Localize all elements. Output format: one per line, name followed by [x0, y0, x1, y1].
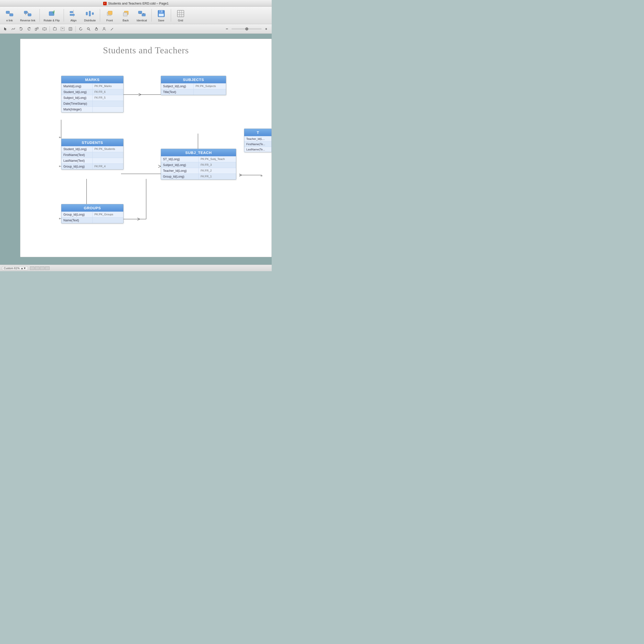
distribute-icon — [85, 9, 95, 18]
undo-tool[interactable] — [18, 25, 25, 32]
table-row: Group_Id(Long) PK:PK_Groups — [61, 212, 123, 217]
front-label: Front — [106, 19, 113, 22]
zoom-level-text: Custom 61% — [4, 267, 20, 270]
redo-tool[interactable] — [25, 25, 32, 32]
table-row: Teacher_Id(Long) FK:FR_2 — [161, 168, 236, 174]
svg-line-68 — [239, 175, 242, 176]
tool-distribute[interactable]: Distribute — [82, 8, 98, 22]
fit-page-tool[interactable] — [67, 25, 74, 32]
svg-rect-1 — [10, 14, 13, 16]
toolbar-sep-5 — [171, 9, 171, 22]
select-tool[interactable] — [2, 25, 9, 32]
page-view-btn-2[interactable] — [35, 266, 39, 270]
svg-rect-9 — [86, 12, 88, 15]
zoom-in-btn[interactable]: + — [263, 25, 270, 32]
tool-identical[interactable]: Identical — [134, 8, 149, 22]
zoom-dropdown-icon: ▲▼ — [21, 267, 26, 270]
tool-elink[interactable]: e link — [2, 8, 17, 22]
page-view-btn-4[interactable] — [45, 266, 50, 270]
toolbar-sep-2 — [64, 9, 64, 22]
align-icon — [69, 9, 78, 18]
tool-rotate-flip[interactable]: Rotate & Flip — [42, 8, 62, 22]
tool-grid[interactable]: Grid — [173, 8, 188, 22]
tool-align[interactable]: Align — [66, 8, 81, 22]
table-row: Group_Id(Long) FK:FR_1 — [161, 174, 236, 179]
back-label: Back — [123, 19, 129, 22]
secondary-toolbar: − + — [0, 24, 272, 34]
tb2-sep-2 — [75, 26, 76, 32]
pen-tool[interactable] — [108, 25, 115, 32]
zoom-level-button[interactable]: Custom 61% ▲▼ — [2, 266, 28, 270]
zoom-slider-thumb[interactable] — [245, 27, 248, 30]
save-icon — [156, 9, 166, 18]
table-row: Subject_Id(Long) FK:FR_5 — [61, 95, 123, 101]
table-subjects-header: SUBJECTS — [161, 76, 226, 83]
tool-save[interactable]: Save — [154, 8, 169, 22]
svg-rect-29 — [35, 28, 36, 30]
page-canvas: Students and Teachers — [20, 39, 272, 257]
main-toolbar: e link Reverse link Rotate & Flip — [0, 7, 272, 24]
pdf-icon: P — [103, 2, 107, 5]
table-groups[interactable]: GROUPS Group_Id(Long) PK:PK_Groups Name(… — [61, 204, 124, 223]
table-teachers-partial-header: T — [244, 129, 271, 136]
tool-back[interactable]: Back — [118, 8, 133, 22]
table-marks[interactable]: MARKS MarkId(Long) PK:PK_Marks Student_I… — [61, 76, 124, 112]
expand-tool[interactable] — [41, 25, 48, 32]
svg-rect-7 — [70, 11, 73, 13]
svg-line-64 — [158, 166, 161, 168]
svg-rect-15 — [123, 13, 127, 16]
table-row: ST_Id(Long) PK:PK_Subj_Teach — [161, 156, 236, 162]
svg-rect-37 — [61, 27, 64, 31]
multi-select-tool[interactable] — [33, 25, 40, 32]
user-tool[interactable] — [101, 25, 108, 32]
identical-label: Identical — [137, 19, 147, 22]
svg-line-49 — [139, 93, 141, 95]
page-view-btn-3[interactable] — [40, 266, 45, 270]
table-marks-header: MARKS — [61, 76, 123, 83]
table-subj-teach[interactable]: SUBJ_TEACH ST_Id(Long) PK:PK_Subj_Teach … — [161, 149, 236, 180]
svg-rect-10 — [89, 11, 91, 16]
table-row: Group_Id(Long) FK:FR_4 — [61, 164, 123, 169]
table-subjects[interactable]: SUBJECTS Subject_Id(Long) PK:PK_Subjects… — [161, 76, 226, 95]
tool-front[interactable]: Front — [102, 8, 117, 22]
svg-line-67 — [239, 174, 242, 175]
svg-line-42 — [89, 29, 90, 30]
table-groups-header: GROUPS — [61, 204, 123, 212]
refresh-tool[interactable] — [77, 25, 84, 32]
title-bar: P Students and Teachers ERD.cdd – Page1 — [0, 0, 272, 7]
rotate-left-tool[interactable] — [51, 25, 58, 32]
svg-rect-38 — [69, 27, 72, 30]
table-row: Subject_Id(Long) PK:PK_Subjects — [161, 83, 226, 89]
table-students[interactable]: STUDENTS Student_Id(Long) PK:PK_Students… — [61, 139, 124, 170]
table-row: Date(TimeStamp) — [61, 101, 123, 106]
svg-rect-21 — [159, 10, 163, 13]
zoom-region-tool[interactable] — [59, 25, 66, 32]
svg-rect-23 — [160, 11, 161, 12]
back-icon — [121, 9, 131, 18]
tool-reverse-link[interactable]: Reverse link — [18, 8, 37, 22]
table-row: FirstName(Text) — [61, 152, 123, 158]
page-view-buttons — [30, 266, 50, 270]
elink-label: e link — [6, 19, 13, 22]
search-tool[interactable] — [85, 25, 92, 32]
zoom-slider-track[interactable] — [231, 28, 262, 29]
table-row: LastName(Te... — [244, 147, 271, 152]
curve-tool[interactable] — [10, 25, 17, 32]
svg-rect-13 — [108, 11, 112, 15]
svg-line-59 — [137, 218, 140, 219]
toolbar-sep-4 — [151, 9, 152, 22]
status-bar: Custom 61% ▲▼ — [0, 265, 272, 271]
erd-container: MARKS MarkId(Long) PK:PK_Marks Student_I… — [20, 56, 271, 256]
table-row: Student_Id(Long) FK:FR_6 — [61, 89, 123, 95]
save-label: Save — [158, 19, 164, 22]
table-row: Teacher_Id(L... — [244, 136, 271, 141]
zoom-out-btn[interactable]: − — [223, 25, 230, 32]
hand-tool[interactable] — [93, 25, 100, 32]
table-row: Student_Id(Long) PK:PK_Students — [61, 146, 123, 152]
identical-icon — [137, 9, 147, 18]
svg-point-43 — [103, 27, 105, 29]
distribute-label: Distribute — [84, 19, 96, 22]
toolbar-sep-1 — [39, 9, 40, 22]
elink-icon — [5, 9, 14, 18]
page-view-btn-1[interactable] — [30, 266, 34, 270]
